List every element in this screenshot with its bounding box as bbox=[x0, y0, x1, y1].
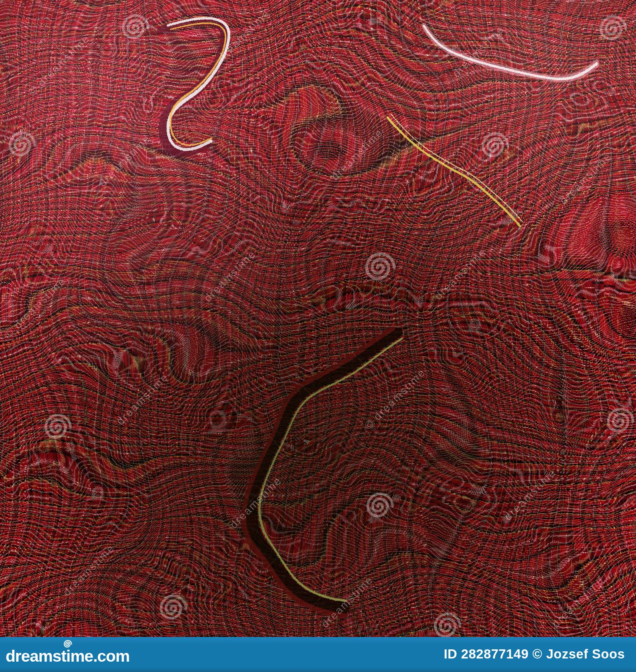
dreamstime-logo-text: dreamstime.com bbox=[6, 647, 130, 665]
dreamstime-logo: dreamstime.com bbox=[6, 644, 130, 668]
dreamstime-spiral-icon bbox=[62, 639, 73, 649]
watermark-footer-bar: dreamstime.com ID 282877149 © Jozsef Soo… bbox=[0, 637, 636, 672]
watermark-layer: © dreamstime dreamstime dreamstime dream… bbox=[0, 0, 636, 637]
abstract-swirl-canvas: © dreamstime dreamstime dreamstime dream… bbox=[0, 0, 636, 637]
abstract-artwork: © dreamstime dreamstime dreamstime dream… bbox=[0, 0, 636, 637]
image-credit: ID 282877149 © Jozsef Soos bbox=[444, 647, 625, 662]
stock-photo-preview: © dreamstime dreamstime dreamstime dream… bbox=[0, 0, 636, 672]
watermark-grid-lines bbox=[0, 0, 636, 637]
